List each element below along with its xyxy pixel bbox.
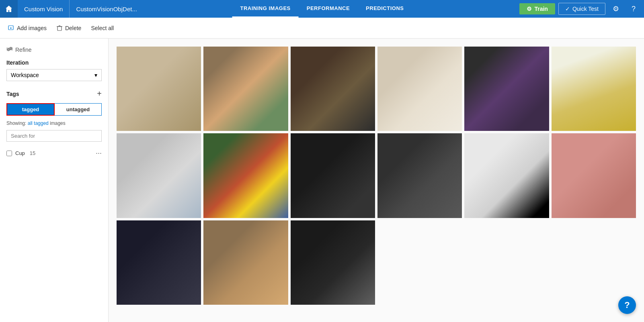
chevron-down-icon: ▾ (94, 72, 97, 78)
search-input[interactable] (6, 130, 102, 142)
tab-performance[interactable]: PERFORMANCE (299, 0, 358, 18)
image-item-6[interactable] (552, 47, 636, 131)
add-tag-button[interactable]: + (97, 89, 102, 98)
image-item-10[interactable] (377, 133, 462, 218)
image-item-9[interactable] (291, 133, 375, 218)
untagged-button[interactable]: untagged (55, 103, 102, 116)
tag-row-cup: Cup 15 ··· (6, 147, 102, 159)
delete-icon (56, 25, 63, 31)
home-icon (5, 5, 13, 13)
image-item-2[interactable] (203, 47, 288, 131)
iteration-value: Workspace (11, 72, 39, 78)
tagged-button[interactable]: tagged (6, 103, 55, 116)
brand-section: Custom Vision (18, 0, 70, 18)
image-item-3[interactable] (291, 47, 375, 131)
question-icon: ? (632, 5, 636, 13)
gear-icon: ⚙ (527, 6, 532, 12)
select-all-button[interactable]: Select all (91, 22, 114, 34)
top-navigation: Custom Vision CustomVisionObjDet... TRAI… (0, 0, 644, 18)
cup-checkbox[interactable] (6, 151, 12, 156)
tab-training-images[interactable]: TRAINING IMAGES (232, 0, 299, 18)
image-item-14[interactable] (203, 220, 288, 305)
image-item-12[interactable] (552, 133, 636, 218)
refine-icon (6, 47, 13, 53)
main-content: Refine Iteration Workspace ▾ Tags + tagg… (0, 39, 644, 322)
tags-header: Tags + (6, 89, 102, 98)
image-item-8[interactable] (203, 133, 288, 218)
train-button[interactable]: ⚙ Train (519, 3, 555, 14)
svg-rect-3 (57, 26, 62, 31)
add-images-icon (8, 25, 14, 31)
tab-predictions[interactable]: PREDICTIONS (358, 0, 412, 18)
tag-toggle: tagged untagged (6, 103, 102, 116)
delete-button[interactable]: Delete (56, 22, 81, 34)
image-item-7[interactable] (117, 133, 201, 218)
check-icon: ✓ (565, 6, 570, 12)
iteration-label: Iteration (6, 59, 102, 66)
help-nav-button[interactable]: ? (626, 2, 641, 16)
refine-section: Refine (6, 45, 102, 59)
add-images-button[interactable]: Add images (8, 22, 47, 34)
showing-text: Showing: all tagged images (6, 120, 102, 126)
project-name[interactable]: CustomVisionObjDet... (70, 6, 143, 12)
brand-label: Custom Vision (24, 6, 63, 12)
image-item-4[interactable] (377, 47, 462, 131)
refine-label-text: Refine (15, 47, 31, 53)
settings-button[interactable]: ⚙ (609, 2, 623, 16)
home-button[interactable] (0, 0, 18, 18)
settings-icon: ⚙ (613, 4, 619, 13)
showing-link[interactable]: all tagged (28, 120, 49, 126)
tag-more-button[interactable]: ··· (96, 149, 102, 157)
help-button[interactable]: ? (618, 296, 636, 314)
image-item-15[interactable] (291, 220, 375, 305)
image-item-11[interactable] (464, 133, 549, 218)
image-item-13[interactable] (117, 220, 201, 305)
tags-title: Tags (6, 91, 19, 97)
tag-count-cup: 15 (30, 150, 35, 156)
image-item-1[interactable] (117, 47, 201, 131)
sidebar: Refine Iteration Workspace ▾ Tags + tagg… (0, 39, 109, 322)
tag-name-cup: Cup (15, 150, 25, 156)
iteration-select[interactable]: Workspace ▾ (6, 69, 102, 81)
nav-right: ⚙ Train ✓ Quick Test ⚙ ? (519, 2, 644, 16)
image-item-5[interactable] (464, 47, 549, 131)
quick-test-button[interactable]: ✓ Quick Test (558, 3, 605, 15)
